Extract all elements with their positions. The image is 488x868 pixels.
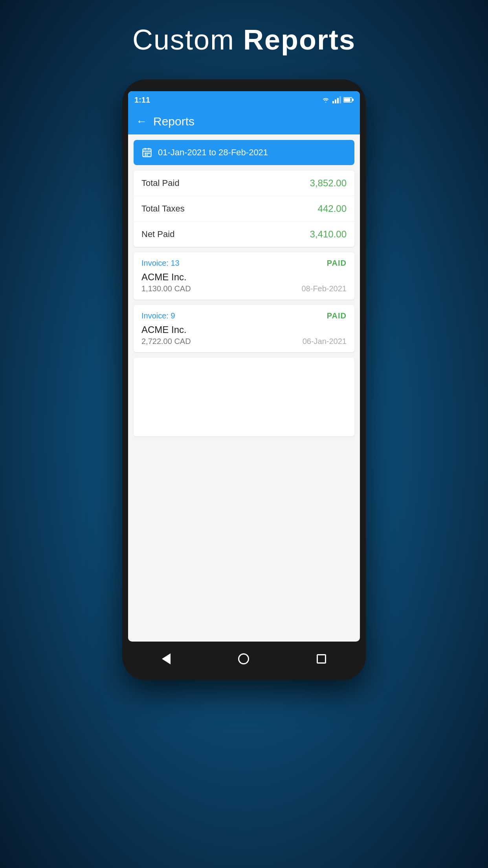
invoice-card[interactable]: Invoice: 13 PAID ACME Inc. 1,130.00 CAD …: [134, 252, 354, 300]
status-icons: [321, 96, 354, 103]
wifi-icon: [321, 96, 330, 103]
page-title: Custom Reports: [132, 24, 356, 56]
title-light: Custom: [132, 24, 243, 55]
invoice-body: ACME Inc. 1,130.00 CAD 08-Feb-2021: [141, 272, 347, 293]
summary-value: 3,852.00: [310, 178, 347, 189]
status-time: 1:11: [134, 96, 150, 105]
invoice-status: PAID: [327, 259, 347, 268]
invoice-body: ACME Inc. 2,722.00 CAD 06-Jan-2021: [141, 324, 347, 346]
date-range-button[interactable]: 01-Jan-2021 to 28-Feb-2021: [134, 140, 354, 165]
invoice-details: ACME Inc. 1,130.00 CAD: [141, 272, 191, 293]
summary-label: Total Taxes: [141, 204, 185, 214]
date-range-text: 01-Jan-2021 to 28-Feb-2021: [158, 147, 268, 158]
svg-rect-10: [145, 154, 146, 156]
invoice-header: Invoice: 13 PAID: [141, 259, 347, 268]
summary-label: Net Paid: [141, 229, 174, 239]
summary-label: Total Paid: [141, 178, 180, 188]
invoice-amount: 2,722.00 CAD: [141, 337, 191, 346]
summary-value: 3,410.00: [310, 229, 347, 240]
invoice-date: 06-Jan-2021: [303, 337, 347, 346]
invoice-details: ACME Inc. 2,722.00 CAD: [141, 324, 191, 346]
svg-rect-1: [344, 98, 350, 102]
svg-rect-9: [149, 153, 150, 154]
summary-row: Net Paid 3,410.00: [134, 222, 354, 247]
svg-rect-7: [145, 153, 146, 154]
nav-recents-button[interactable]: [317, 654, 326, 664]
battery-icon: [343, 97, 354, 103]
summary-value: 442.00: [318, 203, 347, 214]
svg-rect-8: [147, 153, 148, 154]
status-bar: 1:11: [128, 91, 360, 108]
phone-nav-bar: [128, 645, 360, 672]
empty-area: [134, 358, 354, 436]
title-bold: Reports: [243, 24, 356, 55]
nav-home-button[interactable]: [238, 653, 249, 664]
svg-rect-2: [352, 99, 354, 101]
svg-rect-11: [147, 154, 148, 156]
invoice-client: ACME Inc.: [141, 272, 191, 283]
calendar-icon: [141, 147, 152, 158]
signal-icon: [332, 96, 341, 103]
phone-frame: 1:11: [122, 79, 366, 680]
invoice-number: Invoice: 9: [141, 311, 175, 320]
invoice-date: 08-Feb-2021: [301, 284, 347, 293]
invoice-status: PAID: [327, 311, 347, 320]
app-header: ← Reports: [128, 108, 360, 134]
invoice-amount: 1,130.00 CAD: [141, 284, 191, 293]
phone-screen: 1:11: [128, 91, 360, 642]
summary-card: Total Paid 3,852.00 Total Taxes 442.00 N…: [134, 171, 354, 247]
summary-row: Total Taxes 442.00: [134, 196, 354, 222]
invoice-number: Invoice: 13: [141, 259, 180, 268]
invoice-card[interactable]: Invoice: 9 PAID ACME Inc. 2,722.00 CAD 0…: [134, 305, 354, 352]
nav-back-button[interactable]: [162, 653, 171, 664]
invoice-client: ACME Inc.: [141, 324, 191, 335]
summary-row: Total Paid 3,852.00: [134, 171, 354, 196]
invoice-header: Invoice: 9 PAID: [141, 311, 347, 320]
header-title: Reports: [153, 115, 194, 128]
back-button[interactable]: ←: [136, 115, 147, 128]
